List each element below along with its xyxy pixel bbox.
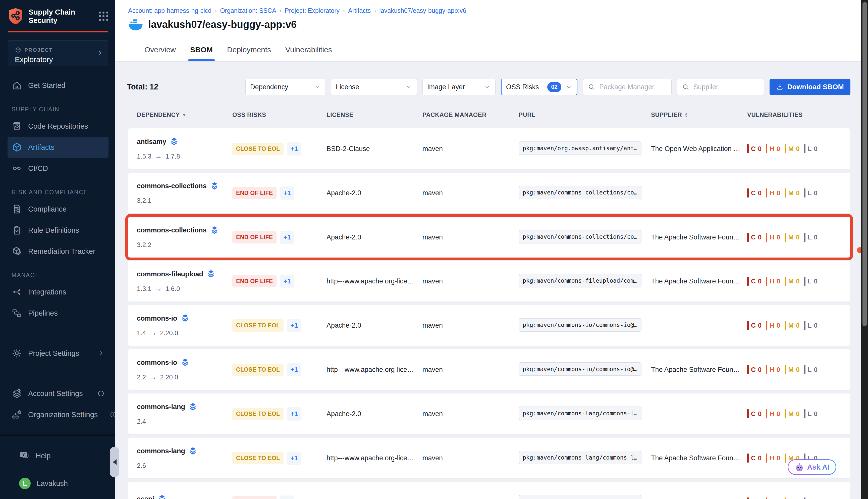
column-header-license[interactable]: LICENSE [326,111,422,118]
column-header-dependency[interactable]: DEPENDENCY▼ [137,111,232,118]
purl-value[interactable]: pkg:maven/org.owasp.antisamy/ant… [519,142,642,155]
table-row[interactable]: commons-io1.4→2.20.0CLOSE TO EOL+1Apache… [128,305,850,346]
download-sbom-button[interactable]: Download SBOM [770,78,851,95]
vuln-count-l: L0 [804,233,818,242]
sidebar-item-code-repositories[interactable]: Code Repositories [8,115,109,137]
module-grid-icon[interactable] [99,12,109,21]
risk-extra-badge[interactable]: +1 [287,363,301,376]
vuln-separator [785,144,786,153]
help-label: Help [36,452,51,460]
vuln-letter: C [751,189,756,197]
org-gear-icon [12,409,22,420]
search-input-supplier[interactable] [693,83,759,91]
risk-extra-badge[interactable]: +1 [287,319,301,332]
dependency-version: 2.4 [137,417,232,425]
risk-extra-badge[interactable]: +1 [287,407,301,421]
supplier-cell: The Open Web Application … [651,498,747,499]
table-row[interactable]: commons-lang2.4CLOSE TO EOL+1Apache-2.0m… [128,393,850,434]
purl-cell: pkg:maven/commons-collections/co… [519,230,651,244]
filter-dependency[interactable]: Dependency [245,78,326,95]
sidebar-item-cicd[interactable]: CI/CD [8,158,109,179]
table-row[interactable]: commons-collections3.2.2END OF LIFE+1Apa… [128,217,850,257]
dependency-name-text: commons-collections [137,182,207,190]
purl-value[interactable]: pkg:maven/commons-collections/co… [519,230,642,243]
filter-oss-risks[interactable]: OSS Risks02 [501,78,578,95]
vulnerabilities-cell: C0H0M0L0 [747,144,841,153]
scrollbar-thumb[interactable] [863,2,867,326]
vuln-separator [804,188,805,197]
search-supplier[interactable] [677,78,764,95]
risk-extra-badge[interactable]: +1 [280,496,294,499]
sidebar-item-pipelines[interactable]: Pipelines [8,303,109,324]
purl-value[interactable]: pkg:maven/org.owasp.esapi/esapi@… [519,495,642,499]
vuln-count-c: C0 [747,233,761,242]
sidebar-item-help[interactable]: ? Help [15,445,102,466]
sidebar-item-rule-definitions[interactable]: Rule Definitions [8,220,109,241]
sidebar-item-account-settings[interactable]: Account Settings [8,383,109,404]
column-header-package-manager[interactable]: PACKAGE MANAGER [422,111,519,118]
column-header-oss-risks[interactable]: OSS RISKS [232,111,326,118]
column-header-supplier[interactable]: SUPPLIER▲▼ [651,111,747,118]
tab-overview[interactable]: Overview [145,38,176,61]
layers-icon [181,314,189,323]
purl-value[interactable]: pkg:maven/commons-collections/co… [519,186,642,199]
project-name: Exploratory [15,55,103,64]
search-input-package-manager[interactable] [599,83,667,91]
sidebar-item-get-started[interactable]: Get Started [8,75,109,96]
risk-extra-badge[interactable]: +1 [287,142,301,156]
risk-extra-badge[interactable]: +1 [287,451,301,465]
table-row[interactable]: commons-io2.2→2.20.0CLOSE TO EOL+1http--… [128,349,850,390]
table-row[interactable]: commons-collections3.2.1END OF LIFE+1Apa… [128,173,850,213]
sidebar-collapse-handle[interactable] [110,447,119,477]
risk-extra-badge[interactable]: +1 [280,186,294,200]
table-row[interactable]: antisamy1.5.3→1.7.8CLOSE TO EOL+1BSD-2-C… [128,129,850,169]
vuln-number: 0 [814,233,818,241]
breadcrumb-link[interactable]: lavakush07/easy-buggy-app:v6 [379,7,466,14]
risk-badge: END OF LIFE [232,496,276,499]
vulnerabilities-cell: C0H0M0L0 [747,277,841,286]
chev-right-icon [97,350,104,357]
oss-risks-cell: CLOSE TO EOL+1 [232,363,326,376]
sidebar-item-artifacts[interactable]: Artifacts [8,137,109,158]
vertical-scrollbar[interactable] [861,0,868,499]
sidebar-item-integrations[interactable]: Integrations [8,281,109,303]
filter-image-layer[interactable]: Image Layer [422,78,496,95]
table-row[interactable]: esapiEND OF LIFE+1BSD-Creative Commons-A… [128,482,850,499]
risk-extra-badge[interactable]: +1 [280,275,294,288]
sidebar-item-organization-settings[interactable]: Organization Settings [8,404,109,425]
user-menu[interactable]: L Lavakush [15,473,102,494]
column-header-vulnerabilities[interactable]: VULNERABILITIES [747,111,841,118]
sidebar-item-remediation-tracker[interactable]: Remediation Tracker [8,241,109,262]
table-row[interactable]: commons-lang2.6CLOSE TO EOL+1http---www.… [128,438,850,478]
sidebar-item-compliance[interactable]: Compliance [8,198,109,220]
filter-license[interactable]: License [331,78,417,95]
nav-section-header: SUPPLY CHAIN [8,103,109,115]
project-selector[interactable]: PROJECT Exploratory [8,40,108,66]
breadcrumb-link[interactable]: Organization: SSCA [220,7,276,14]
purl-value[interactable]: pkg:maven/commons-io/commons-io@… [519,318,642,332]
tab-deployments[interactable]: Deployments [227,38,271,61]
breadcrumb-link[interactable]: Project: Exploratory [285,7,339,14]
vuln-number: 0 [758,145,761,153]
search-package-manager[interactable] [583,78,672,95]
risk-extra-badge[interactable]: +1 [280,231,294,244]
vuln-number: 0 [796,321,799,329]
purl-value[interactable]: pkg:maven/commons-fileupload/com… [519,274,642,288]
sidebar-item-label: Integrations [28,288,66,296]
oss-risks-cell: CLOSE TO EOL+1 [232,451,326,465]
vuln-count-c: C0 [747,498,761,499]
column-header-purl[interactable]: PURL [519,111,651,118]
risk-badge: CLOSE TO EOL [232,364,284,376]
tab-vulnerabilities[interactable]: Vulnerabilities [285,38,332,61]
sidebar-item-project-settings[interactable]: Project Settings [8,343,109,364]
breadcrumb-link[interactable]: Account: app-harness-ng-cicd [128,7,211,14]
breadcrumb-link[interactable]: Artifacts [348,7,371,14]
purl-value[interactable]: pkg:maven/commons-lang/commons-l… [519,451,642,464]
vuln-separator [785,233,786,242]
tab-sbom[interactable]: SBOM [190,38,213,61]
ask-ai-button[interactable]: Ask AI [788,459,836,475]
purl-value[interactable]: pkg:maven/commons-lang/commons-l… [519,406,642,420]
purl-value[interactable]: pkg:maven/commons-io/commons-io@… [519,362,642,376]
clipboard-check-icon [12,225,22,235]
table-row[interactable]: commons-fileupload1.3.1→1.6.0END OF LIFE… [128,261,850,302]
